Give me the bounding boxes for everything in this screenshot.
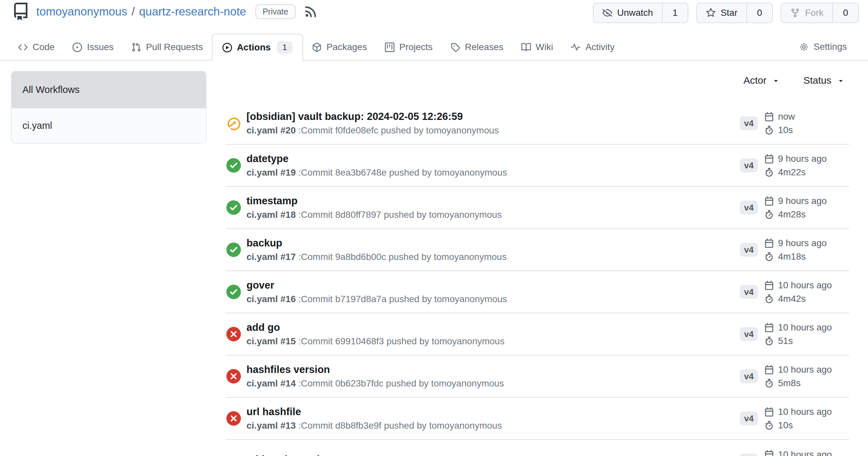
run-text: add cache again	[247, 454, 740, 456]
play-icon	[222, 43, 232, 53]
workflow-run-row[interactable]: gover ci.yaml #16 :Commit b7197d8a7a pus…	[226, 271, 849, 313]
run-meta: v4 10 hours ago	[740, 449, 849, 456]
run-title-link[interactable]: add go	[247, 322, 740, 333]
run-duration: 5m8s	[778, 378, 801, 388]
gear-icon	[799, 42, 809, 52]
stars-count[interactable]: 0	[747, 3, 772, 23]
run-version-badge[interactable]: v4	[740, 369, 758, 383]
workflow-run-row[interactable]: timestamp ci.yaml #18 :Commit 8d80ff7897…	[226, 187, 849, 229]
run-time-block: 10 hours ago 4m42s	[765, 280, 832, 304]
status-filter-dropdown[interactable]: Status	[803, 75, 845, 86]
run-status-icon	[226, 200, 241, 215]
tab-wiki[interactable]: Wiki	[513, 34, 562, 61]
sidebar-item-all-workflows[interactable]: All Workflows	[11, 71, 206, 108]
run-text: datetype ci.yaml #19 :Commit 8ea3b6748e …	[247, 153, 740, 178]
tab-actions[interactable]: Actions 1	[212, 34, 303, 61]
run-text: [obsidian] vault backup: 2024-02-05 12:2…	[247, 111, 740, 136]
workflow-run-row[interactable]: [obsidian] vault backup: 2024-02-05 12:2…	[226, 102, 849, 144]
actor-filter-dropdown[interactable]: Actor	[743, 75, 780, 86]
tab-issues[interactable]: Issues	[64, 34, 123, 61]
check-circle-icon	[226, 158, 241, 173]
stopwatch-icon	[765, 294, 774, 303]
repo-nav: Code Issues Pull Requests Actions 1 Pack…	[0, 34, 868, 61]
x-circle-icon	[226, 327, 241, 341]
run-duration: 4m28s	[778, 209, 806, 220]
run-version-badge[interactable]: v4	[740, 285, 758, 299]
stopwatch-icon	[765, 379, 774, 388]
watchers-count[interactable]: 1	[663, 3, 688, 23]
workflow-run-row[interactable]: datetype ci.yaml #19 :Commit 8ea3b6748e …	[226, 144, 849, 187]
run-version-badge[interactable]: v4	[740, 116, 758, 130]
tab-label: Activity	[585, 42, 615, 53]
run-commit-info: :Commit b7197d8a7a pushed by tomoyanonym…	[296, 294, 507, 304]
run-commit-info: :Commit f0fde08efc pushed by tomoyanonym…	[296, 125, 499, 135]
run-title-link[interactable]: backup	[247, 237, 740, 249]
run-title-link[interactable]: gover	[247, 280, 740, 291]
workflow-run-row[interactable]: url hashfile ci.yaml #13 :Commit d8b8fb3…	[226, 398, 849, 440]
run-date-line: 9 hours ago	[765, 238, 827, 249]
run-version-badge[interactable]: v4	[740, 412, 758, 425]
fork-button[interactable]: Fork 0	[781, 3, 859, 23]
tab-pull-requests[interactable]: Pull Requests	[123, 34, 212, 61]
star-label: Star	[721, 8, 738, 18]
run-time-ago: 10 hours ago	[778, 322, 832, 333]
stopwatch-icon	[765, 168, 774, 177]
run-version-badge[interactable]: v4	[740, 327, 758, 341]
run-time-block: 9 hours ago 4m18s	[765, 238, 827, 262]
run-title-link[interactable]: timestamp	[247, 195, 740, 207]
stopwatch-icon	[765, 421, 774, 430]
run-meta: v4 10 hours ago 4m42s	[740, 280, 849, 304]
run-date-line: 9 hours ago	[765, 196, 827, 206]
unwatch-button[interactable]: Unwatch 1	[593, 3, 688, 23]
run-version-badge[interactable]: v4	[740, 243, 758, 257]
code-icon	[18, 42, 28, 52]
calendar-icon	[765, 407, 774, 417]
star-button[interactable]: Star 0	[696, 3, 773, 23]
run-workflow-ref: ci.yaml #18	[247, 209, 296, 220]
run-version-badge[interactable]: v4	[740, 159, 758, 172]
repo-owner-link[interactable]: tomoyanonymous	[36, 5, 127, 18]
workflow-run-list: [obsidian] vault backup: 2024-02-05 12:2…	[226, 102, 849, 456]
run-title-link[interactable]: hashfiles version	[247, 364, 740, 376]
chevron-down-icon	[772, 77, 780, 84]
tab-code[interactable]: Code	[9, 34, 64, 61]
run-status-icon	[226, 453, 241, 456]
tab-projects[interactable]: Projects	[376, 34, 441, 61]
run-version-badge[interactable]: v4	[740, 201, 758, 215]
workflow-run-row[interactable]: hashfiles version ci.yaml #14 :Commit 0b…	[226, 356, 849, 398]
tab-activity[interactable]: Activity	[562, 34, 623, 61]
project-icon	[385, 42, 395, 52]
run-time-ago: 9 hours ago	[778, 154, 827, 164]
run-time-block: 10 hours ago	[765, 449, 832, 456]
run-commit-info: :Commit 69910468f3 pushed by tomoyanonym…	[296, 336, 504, 346]
run-time-block: 10 hours ago 5m8s	[765, 364, 832, 388]
eye-closed-icon	[602, 8, 612, 18]
run-title-link[interactable]: datetype	[247, 153, 740, 165]
repo-header: tomoyanonymous / quartz-research-note Pr…	[0, 0, 868, 34]
repo-name-link[interactable]: quartz-research-note	[139, 5, 246, 18]
workflow-run-row[interactable]: backup ci.yaml #17 :Commit 9a8bd6b00c pu…	[226, 229, 849, 271]
run-meta: v4 10 hours ago 5m8s	[740, 364, 849, 388]
run-time-block: 10 hours ago 10s	[765, 406, 832, 431]
run-duration-line: 4m42s	[765, 294, 832, 304]
repo-title-group: tomoyanonymous / quartz-research-note Pr…	[12, 3, 317, 21]
run-title-link[interactable]: add cache again	[247, 454, 740, 456]
x-circle-icon	[226, 411, 241, 426]
book-icon	[521, 42, 531, 52]
run-status-icon	[226, 158, 241, 173]
run-title-link[interactable]: url hashfile	[247, 406, 740, 418]
rss-feed-icon[interactable]	[304, 5, 317, 18]
forks-count[interactable]: 0	[833, 3, 858, 23]
tab-settings[interactable]: Settings	[799, 34, 847, 60]
run-commit-info: :Commit 9a8bd6b00c pushed by tomoyanonym…	[296, 252, 506, 262]
run-text: gover ci.yaml #16 :Commit b7197d8a7a pus…	[247, 280, 740, 304]
run-date-line: 10 hours ago	[765, 406, 832, 417]
workflow-run-row[interactable]: add cache again v4 10 hours ago	[226, 440, 849, 456]
tab-releases[interactable]: Releases	[441, 34, 513, 61]
run-subtitle: ci.yaml #16 :Commit b7197d8a7a pushed by…	[247, 294, 740, 305]
run-version-badge[interactable]: v4	[740, 454, 758, 456]
tab-packages[interactable]: Packages	[303, 34, 376, 61]
workflow-run-row[interactable]: add go ci.yaml #15 :Commit 69910468f3 pu…	[226, 313, 849, 356]
sidebar-item-ci-yaml[interactable]: ci.yaml	[11, 108, 206, 143]
run-title-link[interactable]: [obsidian] vault backup: 2024-02-05 12:2…	[247, 111, 740, 123]
